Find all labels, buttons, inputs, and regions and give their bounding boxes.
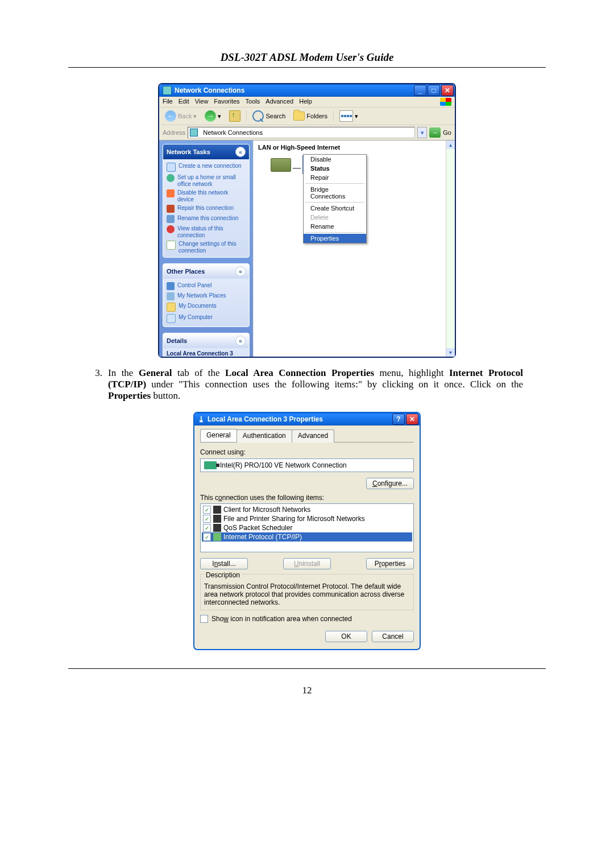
tab-advanced[interactable]: Advanced <box>292 429 334 443</box>
protocol-icon <box>213 533 221 541</box>
home-network-icon <box>167 174 175 182</box>
task-disable-device[interactable]: Disable this network device <box>167 188 246 204</box>
details-connection-name: Local Area Connection 3 <box>167 350 246 357</box>
status-icon <box>167 225 175 233</box>
tab-authentication[interactable]: Authentication <box>237 429 292 443</box>
service-icon <box>213 515 221 523</box>
show-icon-checkbox[interactable] <box>200 615 208 623</box>
back-icon: ← <box>165 110 176 122</box>
nic-icon <box>271 158 291 172</box>
collapse-button[interactable]: « <box>235 336 246 346</box>
other-places-panel: Other Places « Control Panel My Network … <box>163 263 250 327</box>
connection-item[interactable]: Local Enabl Intel( Disable Status Repair… <box>271 155 362 174</box>
down-arrow-icon: ⤓ <box>198 415 205 424</box>
window-titlebar: Network Connections _ □ ✕ <box>159 84 455 97</box>
menu-tools[interactable]: Tools <box>246 98 260 106</box>
back-button[interactable]: ← Back ▾ <box>163 109 199 123</box>
menu-view[interactable]: View <box>195 98 209 106</box>
tab-general[interactable]: General <box>200 429 237 442</box>
item-tcpip[interactable]: ✓ Internet Protocol (TCP/IP) <box>202 532 412 542</box>
show-icon-row[interactable]: Show icon in notification area when conn… <box>200 615 414 623</box>
collapse-button[interactable]: « <box>235 266 246 276</box>
description-header: Description <box>204 571 242 579</box>
protocol-list[interactable]: ✓ Client for Microsoft Networks ✓ File a… <box>200 503 414 552</box>
ctx-rename[interactable]: Rename <box>304 222 366 231</box>
windows-flag-icon <box>440 98 451 106</box>
folders-label: Folders <box>306 113 327 119</box>
list-number: 3. <box>91 367 102 402</box>
description-group: Description Transmission Control Protoco… <box>200 574 414 610</box>
scroll-up-button[interactable]: ▴ <box>446 140 455 149</box>
search-button[interactable]: Search <box>250 109 288 123</box>
menu-file[interactable]: File <box>163 98 173 106</box>
ctx-properties[interactable]: Properties <box>304 234 366 243</box>
views-button[interactable]: ▾ <box>337 109 360 123</box>
task-setup-network[interactable]: Set up a home or small office network <box>167 173 246 188</box>
item-file-print-sharing[interactable]: ✓ File and Printer Sharing for Microsoft… <box>202 514 412 523</box>
go-label: Go <box>443 129 451 136</box>
cancel-button[interactable]: Cancel <box>372 631 414 642</box>
address-input[interactable]: Network Connections <box>188 127 415 138</box>
checkbox[interactable]: ✓ <box>203 524 211 532</box>
control-panel-icon <box>167 282 175 290</box>
configure-button[interactable]: Configure... <box>366 478 414 489</box>
close-button[interactable]: ✕ <box>406 414 418 425</box>
menu-advanced[interactable]: Advanced <box>265 98 293 106</box>
folders-button[interactable]: Folders <box>291 110 330 122</box>
up-button[interactable] <box>227 109 243 123</box>
ctx-repair[interactable]: Repair <box>304 173 366 182</box>
task-create-connection[interactable]: Create a new connection <box>167 162 246 173</box>
ctx-status[interactable]: Status <box>304 164 366 173</box>
window-title: Network Connections <box>175 86 413 94</box>
documents-icon <box>167 303 176 312</box>
checkbox[interactable]: ✓ <box>203 515 211 523</box>
footer-rule <box>68 668 546 669</box>
install-button[interactable]: Install... <box>200 558 248 569</box>
menu-edit[interactable]: Edit <box>179 98 189 106</box>
address-dropdown-button[interactable]: ▾ <box>417 127 427 138</box>
ctx-disable[interactable]: Disable <box>304 155 366 164</box>
checkbox[interactable]: ✓ <box>203 506 211 514</box>
properties-dialog: ⤓ Local Area Connection 3 Properties ? ✕… <box>193 412 421 650</box>
instruction-step-3: 3. In the General tab of the Local Area … <box>91 367 523 402</box>
forward-button[interactable]: → ▾ <box>202 109 223 123</box>
scrollbar[interactable]: ▴ ▾ <box>446 140 455 357</box>
scroll-down-button[interactable]: ▾ <box>446 348 455 357</box>
network-places-icon <box>167 292 175 300</box>
collapse-button[interactable]: « <box>235 147 246 157</box>
category-header: LAN or High-Speed Internet <box>254 140 455 152</box>
ctx-shortcut[interactable]: Create Shortcut <box>304 204 366 213</box>
link-my-computer[interactable]: My Computer <box>167 313 246 324</box>
maximize-button[interactable]: □ <box>428 85 440 96</box>
menu-help[interactable]: Help <box>299 98 312 106</box>
task-rename[interactable]: Rename this connection <box>167 214 246 224</box>
left-pane: Network Tasks « Create a new connection … <box>159 140 253 357</box>
ok-button[interactable]: OK <box>325 631 367 642</box>
help-button[interactable]: ? <box>392 414 405 425</box>
address-bar: Address Network Connections ▾ → Go <box>159 125 455 140</box>
checkbox[interactable]: ✓ <box>203 533 211 541</box>
item-client-networks[interactable]: ✓ Client for Microsoft Networks <box>202 505 412 514</box>
ctx-bridge[interactable]: Bridge Connections <box>304 185 366 201</box>
connect-using-label: Connect using: <box>200 448 414 456</box>
go-button[interactable]: → <box>429 127 441 138</box>
link-my-documents[interactable]: My Documents <box>167 301 246 313</box>
link-network-places[interactable]: My Network Places <box>167 291 246 301</box>
task-change-settings[interactable]: Change settings of this connection <box>167 239 246 255</box>
close-button[interactable]: ✕ <box>441 85 454 96</box>
task-repair[interactable]: Repair this connection <box>167 204 246 214</box>
back-label: Back <box>178 113 192 119</box>
context-menu: Disable Status Repair Bridge Connections… <box>303 154 367 243</box>
folders-icon <box>293 111 305 121</box>
menu-favorites[interactable]: Favorites <box>214 98 239 106</box>
other-places-header: Other Places <box>167 268 205 275</box>
forward-icon: → <box>205 110 216 122</box>
views-icon <box>339 110 353 122</box>
link-control-panel[interactable]: Control Panel <box>167 281 246 291</box>
properties-button[interactable]: Properties <box>366 558 414 569</box>
minimize-button[interactable]: _ <box>414 85 426 96</box>
network-tasks-header: Network Tasks <box>167 148 210 155</box>
task-view-status[interactable]: View status of this connection <box>167 224 246 239</box>
item-qos-scheduler[interactable]: ✓ QoS Packet Scheduler <box>202 523 412 532</box>
address-icon <box>190 129 198 137</box>
